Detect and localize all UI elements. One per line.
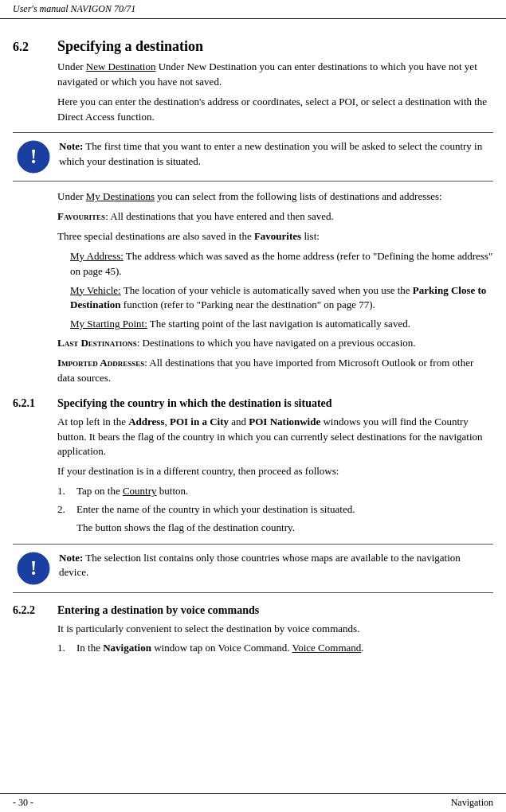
page-header: User's manual NAVIGON 70/71: [0, 0, 506, 19]
step-1: 1. Tap on the Country button.: [57, 484, 493, 499]
step-2-number: 2.: [57, 502, 76, 517]
section-6-2-2-number: 6.2.2: [13, 604, 57, 617]
my-address-item: My Address: The address which was saved …: [70, 249, 493, 279]
note-box-1: ! Note: The first time that you want to …: [13, 132, 493, 182]
section-6-2-para3: Under My Destinations Under My Destinati…: [57, 189, 493, 205]
my-vehicle-label: My Vehicle:: [70, 284, 121, 296]
section-6-2-para1: Under New Destination Under New Destinat…: [57, 60, 493, 90]
note-icon-2: !: [16, 551, 51, 586]
section-6-2-2-title: Entering a destination by voice commands: [57, 604, 259, 617]
my-vehicle-item: My Vehicle: The location of your vehicle…: [70, 283, 493, 314]
note-label-2: Note:: [59, 552, 83, 564]
my-starting-item: My Starting Point: The starting point of…: [70, 317, 493, 332]
section-6-2-2-heading: 6.2.2 Entering a destination by voice co…: [13, 604, 493, 617]
note-icon-1: !: [16, 139, 51, 174]
section-6-2-number: 6.2: [13, 40, 57, 54]
my-starting-label: My Starting Point:: [70, 318, 147, 330]
note-text-2: Note: The selection list contains only t…: [59, 551, 493, 581]
navigation-bold: Navigation: [103, 642, 151, 654]
imported-addresses-line: Imported Addresses: All destinations tha…: [57, 356, 493, 386]
main-content: 6.2 Specifying a destination Under New D…: [0, 19, 506, 691]
section-6-2-2-step-1: 1. In the Navigation window tap on Voice…: [57, 641, 493, 656]
section-6-2-2-step-1-content: In the Navigation window tap on Voice Co…: [76, 641, 493, 656]
section-6-2-2-step-1-number: 1.: [57, 641, 76, 656]
svg-text:!: !: [30, 556, 37, 580]
footer-right: Navigation: [451, 797, 493, 809]
section-6-2-para2: Here you can enter the destination's add…: [57, 95, 493, 125]
last-dest-label: Last Destinations: [57, 337, 137, 349]
section-6-2-1-title: Specifying the country in which the dest…: [57, 397, 332, 410]
poi-nation-bold: POI Nationwide: [249, 416, 320, 427]
page-footer: - 30 - Navigation: [0, 793, 506, 812]
favourites-special2: list:: [301, 230, 320, 242]
header-text: User's manual NAVIGON 70/71: [13, 3, 135, 14]
address-bold: Address: [128, 416, 164, 427]
step-2-content: Enter the name of the country in which y…: [76, 502, 493, 517]
favourites-special-line: Three special destinations are also save…: [57, 229, 493, 244]
section-6-2-1-para1: At top left in the Address, POI in a Cit…: [57, 415, 493, 460]
my-address-label: My Address:: [70, 250, 124, 262]
note-box-2: ! Note: The selection list contains only…: [13, 544, 493, 593]
section-6-2-1-number: 6.2.1: [13, 397, 57, 410]
note-label-1: Note:: [59, 140, 83, 152]
section-6-2-heading: 6.2 Specifying a destination: [13, 38, 493, 55]
step-1-content: Tap on the Country button.: [76, 484, 493, 499]
svg-text:!: !: [30, 145, 37, 168]
note-text-1: Note: The first time that you want to en…: [59, 139, 493, 170]
step-2: 2. Enter the name of the country in whic…: [57, 502, 493, 517]
favourites-line: Favourites: All destinations that you ha…: [57, 209, 493, 224]
footer-left: - 30 -: [13, 797, 33, 809]
section-6-2-title: Specifying a destination: [57, 38, 203, 55]
favourites-label: Favourites: [57, 210, 105, 222]
section-6-2-1-heading: 6.2.1 Specifying the country in which th…: [13, 397, 493, 410]
step-1-number: 1.: [57, 484, 76, 499]
step-2-sub: The button shows the flag of the destina…: [76, 521, 493, 536]
poi-city-bold: POI in a City: [170, 416, 229, 427]
imported-label: Imported Addresses: [57, 357, 144, 369]
last-destinations-line: Last Destinations: Destinations to which…: [57, 336, 493, 351]
section-6-2-1-para2: If your destination is in a different co…: [57, 464, 493, 479]
section-6-2-2-para1: It is particularly convenient to select …: [57, 622, 493, 637]
